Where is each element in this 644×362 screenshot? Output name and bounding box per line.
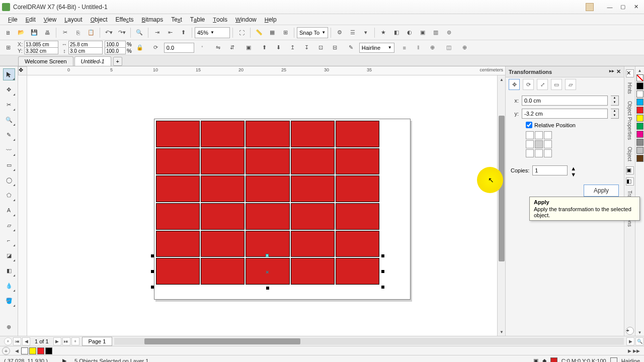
close-button[interactable]: ✕ (630, 2, 642, 12)
menu-object[interactable]: Object (87, 15, 112, 24)
order-front-icon[interactable]: ⬆ (259, 42, 271, 54)
paste-icon[interactable]: 📋 (85, 27, 97, 39)
corel-icon[interactable]: ◐ (404, 27, 416, 39)
page-prev-icon[interactable]: ◀ (22, 337, 30, 345)
zoom-tool-icon[interactable]: 🔍 (3, 114, 15, 126)
undo-icon[interactable]: ↶▾ (103, 27, 115, 39)
menu-window[interactable]: Window (231, 15, 261, 24)
guidelines-icon[interactable]: ⊞ (279, 27, 291, 39)
mirror-v-icon[interactable]: ⇵ (226, 42, 238, 54)
menu-help[interactable]: Help (261, 15, 281, 24)
lock-ratio-icon[interactable]: 🔒 (134, 42, 146, 54)
page-addafter-icon[interactable]: + (71, 337, 79, 345)
content-icon[interactable]: ◧ (390, 27, 403, 39)
status-play-icon[interactable]: ▶ (62, 357, 66, 362)
copies-spinner[interactable]: ▲▼ (571, 165, 576, 175)
user-icon[interactable] (586, 3, 594, 11)
page-next-icon[interactable]: ▶ (53, 337, 61, 345)
grid-icon[interactable]: ▦ (266, 27, 278, 39)
fill-tool-icon[interactable]: 🪣 (3, 295, 15, 307)
wrap-icon[interactable]: ▣ (243, 42, 255, 54)
ruler-horizontal[interactable]: 0 5 10 15 20 25 30 35 centimeters (27, 66, 505, 75)
search-icon[interactable]: 🔍 (133, 27, 145, 39)
copy-icon[interactable]: ⎘ (72, 27, 84, 39)
macro2-icon[interactable]: ▥ (430, 27, 442, 39)
canvas[interactable]: × (27, 75, 496, 336)
transparency-tool-icon[interactable]: ◧ (3, 264, 15, 277)
status-icon1[interactable]: ▣ (533, 357, 538, 362)
doc-swatch-red[interactable] (37, 347, 44, 354)
export-icon[interactable]: ⇤ (164, 27, 176, 39)
swatch-lightgray[interactable] (636, 147, 643, 154)
quick-tool-icon[interactable]: ⊕ (3, 321, 15, 333)
hints-close-icon[interactable]: ✕ (626, 69, 634, 77)
transform-position-icon[interactable]: ✥ (509, 79, 520, 90)
transform-scale-icon[interactable]: ⤢ (537, 79, 548, 90)
rotation-input[interactable] (164, 43, 194, 53)
relative-position-checkbox[interactable] (526, 122, 532, 128)
layout-icon[interactable]: ☰ (347, 27, 359, 39)
artistic-tool-icon[interactable]: 〰 (3, 144, 15, 156)
red-grid-object[interactable] (156, 121, 379, 285)
order-bwd-icon[interactable]: ↧ (301, 42, 313, 54)
freehand-tool-icon[interactable]: ✎ (3, 129, 15, 141)
welcome-icon[interactable]: ★ (377, 27, 389, 39)
copies-input[interactable] (532, 165, 568, 175)
interactive-tool-icon[interactable]: ◪ (3, 249, 15, 261)
import-icon[interactable]: ⇥ (151, 27, 163, 39)
transform-x-input[interactable] (522, 96, 608, 106)
open-icon[interactable]: 📂 (15, 27, 27, 39)
tab-untitled[interactable]: Untitled-1 (74, 56, 111, 66)
outline-pen-icon[interactable]: ✎ (345, 42, 357, 54)
vertical-scrollbar[interactable]: ▲ ▼ (497, 75, 505, 336)
menu-file[interactable]: File (4, 15, 22, 24)
docker-collapse-icon[interactable]: ▸▸ (609, 68, 614, 75)
page-add-icon[interactable]: + (4, 337, 12, 345)
ungroup-icon[interactable]: ⊟ (329, 42, 341, 54)
save-icon[interactable]: 💾 (28, 27, 40, 39)
swatch-red[interactable] (636, 107, 643, 114)
doc-swatch-yellow[interactable] (29, 347, 36, 354)
maximize-button[interactable]: ▢ (617, 2, 629, 12)
app-launcher-icon[interactable]: ▾ (360, 27, 372, 39)
polygon-tool-icon[interactable]: ⬠ (3, 189, 15, 201)
anchor-grid[interactable] (526, 131, 619, 157)
scale-y-input[interactable] (105, 47, 126, 54)
transform-skew-icon[interactable]: ▱ (565, 79, 576, 90)
parallel-tool-icon[interactable]: ▱ (3, 219, 15, 231)
side-add-icon[interactable]: + (626, 327, 634, 335)
palette-right-icon[interactable]: ▶ ▶▶ (626, 348, 642, 353)
side-btn-icon[interactable]: ▣ (626, 166, 634, 174)
tab-welcome[interactable]: Welcome Screen (18, 56, 73, 66)
palette-up-icon[interactable]: ▲ (638, 68, 642, 73)
doc-swatch-black[interactable] (45, 347, 52, 354)
selection-top-center[interactable] (266, 254, 269, 257)
transform-rotate-icon[interactable]: ⟳ (523, 79, 534, 90)
eyedropper-tool-icon[interactable]: 💧 (3, 280, 15, 292)
crop-tool-icon[interactable]: ✂ (3, 99, 15, 111)
menu-edit[interactable]: Edit (22, 15, 40, 24)
publish-icon[interactable]: ⬆ (177, 27, 189, 39)
minimize-button[interactable]: — (604, 2, 616, 12)
distribute-icon[interactable]: ⫴ (413, 42, 425, 54)
palette-left-icon[interactable]: ◀ (13, 348, 21, 353)
rulers-icon[interactable]: 📏 (253, 27, 265, 39)
rectangle-tool-icon[interactable]: ▭ (3, 159, 15, 171)
palette-down-icon[interactable]: ▼ (638, 330, 642, 335)
side-docker-obj[interactable]: Object (626, 144, 633, 164)
print-icon[interactable]: 🖶 (41, 27, 53, 39)
group-icon[interactable]: ⊡ (315, 42, 327, 54)
propbar-preset-icon[interactable]: ⊞ (2, 42, 14, 54)
horizontal-scrollbar[interactable] (114, 338, 624, 345)
transform-y-input[interactable] (522, 109, 608, 119)
palette-add-icon[interactable]: + (2, 347, 10, 355)
fullscreen-icon[interactable]: ⛶ (235, 27, 248, 39)
menu-layout[interactable]: Layout (60, 15, 86, 24)
mirror-h-icon[interactable]: ⇋ (212, 42, 224, 54)
apply-button[interactable]: Apply (584, 185, 619, 197)
menu-effects[interactable]: Effects (112, 15, 138, 24)
obj-h-input[interactable] (68, 47, 103, 54)
swatch-green[interactable] (636, 123, 643, 130)
ruler-vertical[interactable] (18, 75, 27, 336)
rot-spinner[interactable]: ° (196, 42, 208, 54)
